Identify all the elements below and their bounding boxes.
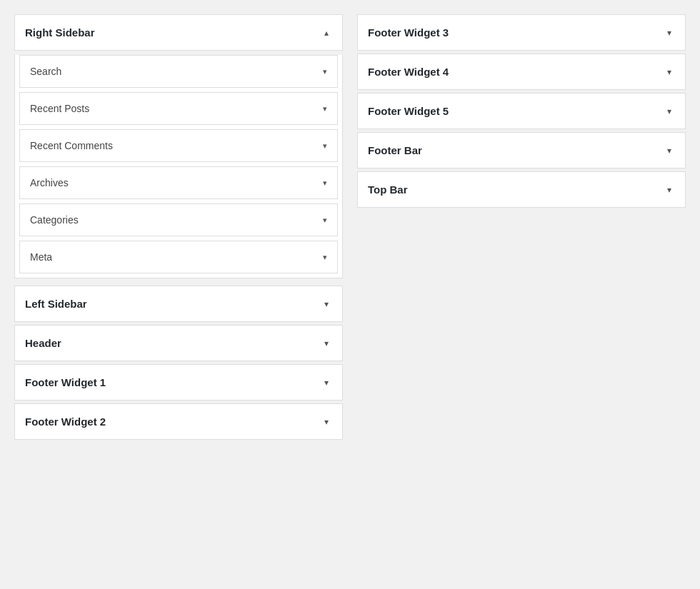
footer-widget-1-title: Footer Widget 1	[25, 376, 106, 388]
left-sidebar-section[interactable]: Left Sidebar ▾	[14, 286, 343, 322]
widget-meta-chevron-icon: ▾	[323, 253, 327, 262]
widget-categories[interactable]: Categories ▾	[19, 203, 338, 236]
footer-widget-3-section[interactable]: Footer Widget 3 ▾	[357, 14, 686, 51]
widget-archives-label: Archives	[30, 177, 69, 188]
widget-search-chevron-icon: ▾	[323, 67, 327, 76]
right-column: Footer Widget 3 ▾ Footer Widget 4 ▾ Foot…	[357, 14, 686, 443]
left-sidebar-title: Left Sidebar	[25, 298, 87, 310]
widget-recent-posts-chevron-icon: ▾	[323, 104, 327, 114]
footer-widget-4-chevron-icon: ▾	[664, 66, 675, 78]
widget-meta[interactable]: Meta ▾	[19, 241, 338, 273]
right-sidebar-header[interactable]: Right Sidebar ▴	[14, 14, 343, 51]
left-sidebar-chevron-icon: ▾	[321, 298, 332, 310]
widget-archives-chevron-icon: ▾	[323, 178, 327, 188]
footer-widget-3-title: Footer Widget 3	[368, 26, 449, 39]
right-sidebar-title: Right Sidebar	[25, 26, 95, 39]
footer-widget-1-chevron-icon: ▾	[321, 377, 332, 388]
widget-archives[interactable]: Archives ▾	[19, 166, 338, 199]
footer-widget-2-chevron-icon: ▾	[321, 416, 332, 428]
footer-bar-section[interactable]: Footer Bar ▾	[357, 132, 686, 168]
footer-widget-2-section[interactable]: Footer Widget 2 ▾	[14, 403, 343, 440]
right-sidebar-chevron-up-icon: ▴	[321, 27, 332, 39]
widget-recent-posts-label: Recent Posts	[30, 103, 89, 114]
widget-meta-label: Meta	[30, 251, 52, 263]
widgets-layout: Right Sidebar ▴ Search ▾ Recent Posts ▾ …	[14, 14, 686, 443]
widget-search-label: Search	[30, 66, 61, 77]
footer-widget-4-section[interactable]: Footer Widget 4 ▾	[357, 54, 686, 90]
top-bar-chevron-icon: ▾	[664, 184, 675, 196]
footer-widget-4-title: Footer Widget 4	[368, 66, 449, 78]
widget-categories-chevron-icon: ▾	[323, 216, 327, 225]
footer-widget-2-title: Footer Widget 2	[25, 416, 106, 428]
widget-recent-comments-chevron-icon: ▾	[323, 141, 327, 151]
header-section[interactable]: Header ▾	[14, 325, 343, 361]
left-column: Right Sidebar ▴ Search ▾ Recent Posts ▾ …	[14, 14, 343, 443]
footer-widget-5-chevron-icon: ▾	[664, 106, 675, 117]
footer-bar-chevron-icon: ▾	[664, 145, 675, 156]
widget-recent-comments-label: Recent Comments	[30, 140, 113, 151]
right-sidebar-section: Right Sidebar ▴ Search ▾ Recent Posts ▾ …	[14, 14, 343, 281]
top-bar-title: Top Bar	[368, 183, 408, 196]
footer-widget-5-title: Footer Widget 5	[368, 105, 449, 117]
widget-categories-label: Categories	[30, 214, 79, 226]
right-sidebar-body: Search ▾ Recent Posts ▾ Recent Comments …	[14, 55, 343, 278]
footer-widget-1-section[interactable]: Footer Widget 1 ▾	[14, 364, 343, 401]
footer-widget-3-chevron-icon: ▾	[664, 27, 675, 39]
top-bar-section[interactable]: Top Bar ▾	[357, 171, 686, 208]
header-title: Header	[25, 337, 61, 349]
header-chevron-icon: ▾	[321, 338, 332, 349]
footer-widget-5-section[interactable]: Footer Widget 5 ▾	[357, 93, 686, 129]
widget-recent-comments[interactable]: Recent Comments ▾	[19, 129, 338, 162]
footer-bar-title: Footer Bar	[368, 144, 422, 156]
widget-search[interactable]: Search ▾	[19, 55, 338, 88]
widget-recent-posts[interactable]: Recent Posts ▾	[19, 92, 338, 125]
